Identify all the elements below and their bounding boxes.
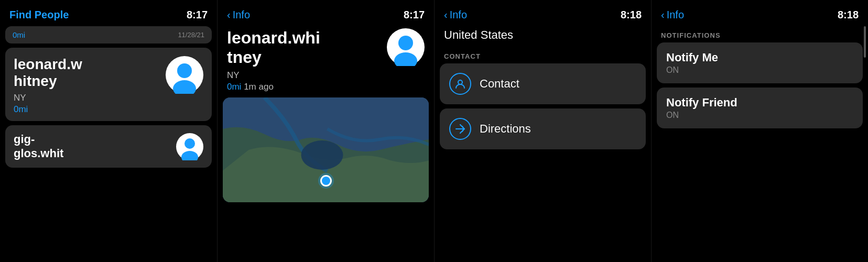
find-people-title: Find People	[9, 9, 69, 21]
svg-point-1	[177, 63, 192, 78]
chevron-icon-4: ‹	[661, 9, 665, 21]
contact-location: United States	[435, 26, 651, 48]
directions-icon-circle	[449, 118, 471, 140]
directions-button-label: Directions	[480, 122, 531, 136]
time-4: 8:18	[838, 9, 859, 21]
main-person-card[interactable]: leonard.whitney NY 0mi	[5, 48, 212, 121]
back-button-3[interactable]: ‹ Info	[444, 9, 467, 21]
time-1: 8:17	[187, 9, 208, 21]
status-bar-1: Find People 8:17	[0, 0, 217, 26]
main-person-distance: 0mi	[14, 104, 203, 115]
status-bar-2: ‹ Info 8:17	[218, 0, 434, 26]
time-2: 8:17	[404, 9, 425, 21]
map-view[interactable]	[223, 97, 429, 202]
time-3: 8:18	[621, 9, 642, 21]
top-item-name: 0mi	[13, 30, 25, 39]
chevron-icon-3: ‹	[444, 9, 448, 21]
notify-me-title: Notify Me	[666, 51, 853, 64]
detail-location: NY	[218, 70, 434, 81]
top-item-date: 11/28/21	[178, 31, 204, 39]
chevron-icon-2: ‹	[227, 9, 231, 21]
people-list: 0mi 11/28/21 leonard.whitney NY 0mi gig-…	[0, 26, 217, 168]
svg-point-4	[185, 138, 195, 149]
notifications-section-label: NOTIFICATIONS	[652, 26, 868, 42]
time-ago: 1m ago	[244, 82, 274, 92]
contact-icon-circle	[449, 73, 471, 95]
notify-me-card[interactable]: Notify Me ON	[657, 42, 863, 83]
list-item-bottom[interactable]: gig-glos.whit	[5, 125, 212, 168]
main-person-location: NY	[14, 93, 203, 103]
location-dot	[320, 175, 332, 187]
svg-point-11	[458, 80, 462, 84]
status-bar-4: ‹ Info 8:18	[652, 0, 868, 26]
detail-header: leonard.whitney	[218, 28, 434, 67]
panel-find-people: Find People 8:17 0mi 11/28/21 leonard.wh…	[0, 0, 217, 262]
status-bar-3: ‹ Info 8:18	[435, 0, 651, 26]
back-label-4: Info	[667, 9, 684, 21]
back-label-3: Info	[450, 9, 467, 21]
panel-detail-map: ‹ Info 8:17 leonard.whitney NY 0mi 1m ag…	[217, 0, 434, 262]
contact-button-label: Contact	[480, 77, 519, 91]
avatar-detail	[387, 28, 425, 66]
bottom-person-name: gig-glos.whit	[14, 133, 63, 160]
svg-point-7	[398, 36, 413, 50]
detail-name: leonard.whitney	[227, 28, 320, 67]
panel-contact: ‹ Info 8:18 United States CONTACT Contac…	[434, 0, 651, 262]
main-person-name: leonard.whitney	[14, 56, 139, 90]
notify-friend-title: Notify Friend	[666, 96, 853, 110]
panel-notifications: ‹ Info 8:18 NOTIFICATIONS Notify Me ON N…	[651, 0, 868, 262]
notify-friend-card[interactable]: Notify Friend ON	[657, 88, 863, 128]
contact-button[interactable]: Contact	[440, 63, 646, 104]
notify-me-status: ON	[666, 66, 853, 75]
scroll-indicator	[864, 26, 866, 58]
detail-distance: 0mi 1m ago	[218, 82, 434, 92]
notify-friend-status: ON	[666, 111, 853, 120]
avatar-small	[176, 133, 203, 160]
back-label-2: Info	[233, 9, 250, 21]
svg-point-10	[301, 140, 343, 170]
back-button-2[interactable]: ‹ Info	[227, 9, 250, 21]
contact-section-label: CONTACT	[435, 48, 651, 63]
directions-button[interactable]: Directions	[440, 108, 646, 149]
list-item-top[interactable]: 0mi 11/28/21	[5, 26, 212, 43]
back-button-4[interactable]: ‹ Info	[661, 9, 684, 21]
avatar	[166, 56, 203, 94]
